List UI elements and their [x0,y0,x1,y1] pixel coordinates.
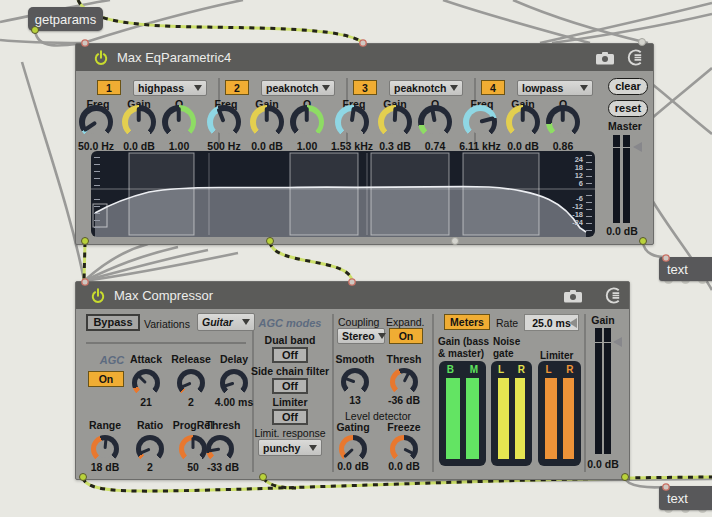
band-4-enable-button[interactable]: 4 [481,80,505,95]
band-1-type-value: highpass [138,82,184,94]
expand-thresh-value[interactable]: -36 dB [379,394,429,406]
power-icon[interactable] [94,50,108,66]
meter-channel-label: R [566,364,573,375]
rate-numbox[interactable]: 25.0 ms [524,314,579,331]
getparams-object-box[interactable]: getparams [28,7,103,31]
thresh-value[interactable]: -33 dB [200,461,246,473]
range-label: Range [83,419,127,431]
meter-channel-label: B [447,364,454,375]
band-4-q-knob[interactable] [546,105,580,139]
smooth-knob[interactable] [341,368,369,396]
band-2-gain-knob[interactable] [250,105,284,139]
band-4-type-dropdown[interactable]: lowpass [517,80,593,96]
section-rule [86,342,246,344]
eq-curve-display[interactable]: 24 18 12 6 -6 -12 -18 -24 [91,151,595,237]
gain-meter-panel: B M [439,361,486,466]
bypass-button[interactable]: Bypass [86,314,140,331]
variations-dropdown[interactable]: Guitar [197,313,255,331]
band-3-type-dropdown[interactable]: peaknotch [389,80,463,96]
smooth-label: Smooth [331,353,379,365]
db-scale-label: -24 [557,218,583,227]
numbox-drag-icon [569,318,577,328]
coupling-dropdown[interactable]: Stereo [337,328,385,344]
delay-knob[interactable] [220,369,248,397]
band-2-freq-knob[interactable] [207,105,241,139]
thresh-knob[interactable] [206,435,234,463]
max-for-live-icon[interactable] [626,48,645,67]
master-slider-handle-icon[interactable] [633,142,642,152]
band-3-enable-button[interactable]: 3 [353,80,377,95]
limit-response-dropdown[interactable]: punchy [258,439,322,456]
coupling-value: Stereo [342,330,375,342]
band-1-q-knob[interactable] [162,105,196,139]
dropdown-arrow-icon [242,319,250,325]
range-knob[interactable] [91,435,119,463]
band-3-type-value: peaknotch [394,82,447,94]
max-for-live-icon[interactable] [604,286,623,305]
dropdown-arrow-icon [322,85,330,91]
ratio-value[interactable]: 2 [128,461,172,473]
eq-device-header[interactable]: Max EqParametric4 [76,44,653,71]
band-3-gain-knob[interactable] [378,105,412,139]
text-object-label: text [667,491,688,506]
band-1-enable-button[interactable]: 1 [97,80,121,95]
camera-icon[interactable] [563,289,583,303]
meters-button[interactable]: Meters [444,314,490,330]
limiter-off-button[interactable]: Off [272,409,308,425]
agc-on-button[interactable]: On [88,371,124,387]
db-ticks-left [94,157,100,187]
gating-knob[interactable] [339,435,367,463]
release-knob[interactable] [177,369,205,397]
band-4-freq-knob[interactable] [463,105,497,139]
freeze-knob[interactable] [390,435,418,463]
delay-value[interactable]: 4.00 ms [208,396,260,408]
gating-value[interactable]: 0.0 dB [329,460,377,472]
output-gain-slider[interactable] [595,328,611,454]
limiter-label: Limiter [265,396,315,408]
clear-button[interactable]: clear [608,78,648,95]
attack-value[interactable]: 21 [124,396,168,408]
master-gain-slider[interactable] [613,135,630,223]
range-value[interactable]: 18 dB [83,461,127,473]
meter-channel-label: R [518,364,525,375]
band-1-freq-knob[interactable] [79,105,113,139]
smooth-value[interactable]: 13 [331,394,379,406]
band-2-enable-button[interactable]: 2 [225,80,249,95]
freeze-value[interactable]: 0.0 dB [379,460,429,472]
band-3-q-knob[interactable] [418,105,452,139]
output-gain-handle-icon[interactable] [613,337,622,347]
noise-gate-meter-panel: L R [491,361,532,466]
output-gain-value[interactable]: 0.0 dB [579,458,627,470]
ratio-label: Ratio [128,419,172,431]
text-object-box[interactable]: text [659,257,712,281]
ratio-knob[interactable] [136,435,164,463]
attack-knob[interactable] [132,369,160,397]
coupling-label: Coupling [338,316,379,328]
band-1-gain-knob[interactable] [122,105,156,139]
progrel-knob[interactable] [179,435,207,463]
freeze-label: Freeze [381,421,427,433]
dropdown-arrow-icon [194,85,202,91]
expand-on-button[interactable]: On [389,328,423,344]
max-patcher-canvas: getparams Max EqParametric4 1 [0,0,712,517]
master-gain-value[interactable]: 0.0 dB [598,225,646,237]
band-2-q-knob[interactable] [290,105,324,139]
expand-thresh-knob[interactable] [390,368,418,396]
dual-band-off-button[interactable]: Off [272,347,308,363]
limiter-meter-label: Limiter [540,350,573,361]
reset-button[interactable]: reset [608,100,648,117]
band-1-type-dropdown[interactable]: highpass [133,80,207,96]
variations-label: Variations [144,318,190,330]
limit-response-label: Limit. response [248,427,332,439]
band-2-type-dropdown[interactable]: peaknotch [261,80,335,96]
text-object-box[interactable]: text [659,486,712,510]
side-chain-filter-off-button[interactable]: Off [272,378,308,394]
compressor-device-header[interactable]: Max Compressor [76,282,629,309]
release-label: Release [168,353,214,365]
band-2-type-value: peaknotch [266,82,319,94]
camera-icon[interactable] [595,51,615,65]
power-icon[interactable] [91,288,105,304]
band-4-gain-knob[interactable] [506,105,540,139]
band-3-freq-knob[interactable] [335,105,369,139]
meter-bar [466,378,480,459]
